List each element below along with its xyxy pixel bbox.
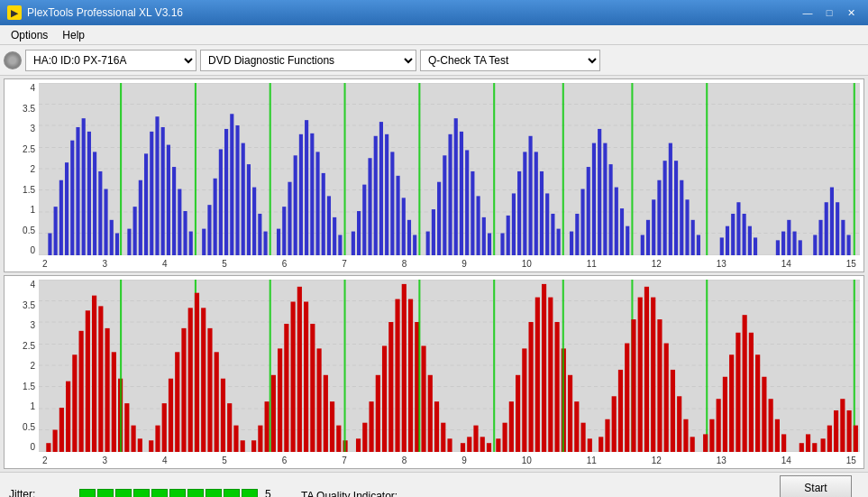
svg-rect-35 (195, 83, 196, 255)
svg-rect-113 (646, 220, 650, 255)
svg-rect-111 (631, 83, 633, 255)
svg-rect-166 (124, 403, 129, 452)
svg-rect-105 (598, 129, 601, 255)
svg-rect-230 (535, 298, 540, 452)
svg-rect-121 (691, 220, 695, 255)
svg-rect-258 (709, 419, 714, 452)
svg-rect-98 (557, 229, 561, 255)
svg-rect-243 (618, 370, 623, 452)
svg-rect-184 (241, 440, 245, 452)
function-select[interactable]: DVD Diagnostic Functions (200, 50, 416, 71)
svg-rect-67 (379, 122, 383, 255)
svg-rect-235 (562, 280, 564, 452)
svg-rect-65 (368, 158, 371, 255)
svg-rect-64 (362, 185, 366, 255)
svg-rect-68 (385, 134, 388, 255)
svg-rect-77 (437, 182, 441, 255)
top-chart-container: 4 3.5 3 2.5 2 1.5 1 0.5 0 (4, 78, 864, 272)
toolbar: HA:0 ID:0 PX-716A DVD Diagnostic Functio… (0, 45, 868, 76)
device-icon (4, 51, 22, 69)
minimize-button[interactable]: — (798, 5, 818, 21)
svg-rect-236 (568, 375, 572, 452)
menu-help[interactable]: Help (55, 27, 92, 43)
svg-rect-204 (369, 401, 373, 452)
jitter-label: Jitter: (9, 488, 72, 498)
close-button[interactable]: ✕ (841, 5, 861, 21)
svg-rect-232 (548, 298, 553, 452)
menu-options[interactable]: Options (4, 27, 55, 43)
maximize-button[interactable]: □ (819, 5, 839, 21)
test-select[interactable]: Q-Check TA Test (420, 50, 600, 71)
jitter-seg-9 (224, 489, 240, 498)
svg-rect-142 (847, 235, 851, 255)
svg-rect-97 (551, 214, 554, 255)
svg-rect-87 (493, 83, 495, 255)
svg-rect-160 (92, 296, 96, 452)
svg-rect-45 (252, 188, 256, 255)
svg-rect-188 (270, 280, 271, 452)
svg-rect-125 (726, 226, 729, 255)
svg-rect-159 (86, 310, 90, 452)
svg-rect-43 (242, 143, 245, 255)
svg-rect-177 (195, 293, 199, 452)
svg-rect-275 (834, 410, 838, 452)
svg-rect-173 (175, 352, 179, 452)
svg-rect-256 (706, 280, 708, 452)
device-select[interactable]: HA:0 ID:0 PX-716A (25, 50, 196, 71)
svg-rect-194 (304, 301, 308, 452)
svg-rect-37 (207, 205, 211, 255)
svg-rect-26 (144, 153, 148, 255)
bottom-chart-area (39, 280, 860, 452)
svg-rect-62 (352, 232, 355, 255)
svg-rect-55 (310, 133, 314, 255)
jitter-seg-8 (206, 489, 222, 498)
svg-rect-28 (155, 116, 159, 255)
svg-rect-72 (407, 220, 411, 255)
svg-rect-231 (542, 284, 546, 452)
svg-rect-32 (178, 189, 181, 255)
svg-rect-27 (150, 132, 153, 255)
svg-rect-170 (155, 426, 160, 452)
svg-rect-251 (664, 344, 669, 452)
svg-rect-222 (487, 443, 491, 452)
svg-rect-133 (787, 220, 790, 255)
svg-rect-274 (827, 426, 832, 452)
svg-rect-73 (413, 235, 416, 255)
svg-rect-107 (609, 164, 613, 255)
svg-rect-158 (79, 331, 84, 452)
svg-rect-161 (98, 306, 103, 452)
svg-rect-140 (836, 202, 839, 255)
svg-rect-181 (221, 379, 225, 452)
start-button[interactable]: Start (780, 475, 852, 498)
svg-rect-69 (390, 152, 394, 255)
main-content: 4 3.5 3 2.5 2 1.5 1 0.5 0 (0, 76, 868, 472)
title-bar: ▶ PlexTools Professional XL V3.16 — □ ✕ (0, 0, 868, 25)
svg-rect-84 (477, 196, 480, 255)
jitter-seg-6 (169, 489, 186, 498)
svg-rect-66 (374, 136, 378, 255)
svg-rect-86 (488, 234, 491, 255)
bottom-chart-x-axis: 2 3 4 5 6 7 8 9 10 11 12 13 14 15 (39, 452, 860, 468)
svg-rect-95 (540, 171, 544, 255)
svg-rect-42 (235, 125, 239, 255)
svg-rect-163 (112, 352, 116, 452)
title-bar-left: ▶ PlexTools Professional XL V3.16 (7, 5, 183, 20)
svg-rect-12 (65, 162, 69, 255)
svg-rect-193 (297, 287, 302, 452)
svg-rect-78 (443, 155, 446, 255)
svg-rect-47 (263, 232, 267, 255)
svg-rect-96 (545, 193, 549, 255)
svg-rect-112 (641, 235, 644, 255)
svg-rect-116 (663, 161, 667, 255)
title-controls: — □ ✕ (798, 5, 861, 21)
svg-rect-63 (357, 211, 361, 255)
svg-rect-56 (315, 152, 319, 255)
svg-rect-241 (605, 419, 609, 452)
svg-rect-257 (703, 434, 708, 452)
svg-rect-128 (743, 214, 746, 255)
svg-rect-88 (500, 234, 504, 255)
svg-rect-40 (224, 129, 228, 255)
svg-rect-261 (729, 354, 734, 452)
svg-rect-41 (230, 114, 233, 255)
svg-rect-93 (528, 136, 532, 255)
